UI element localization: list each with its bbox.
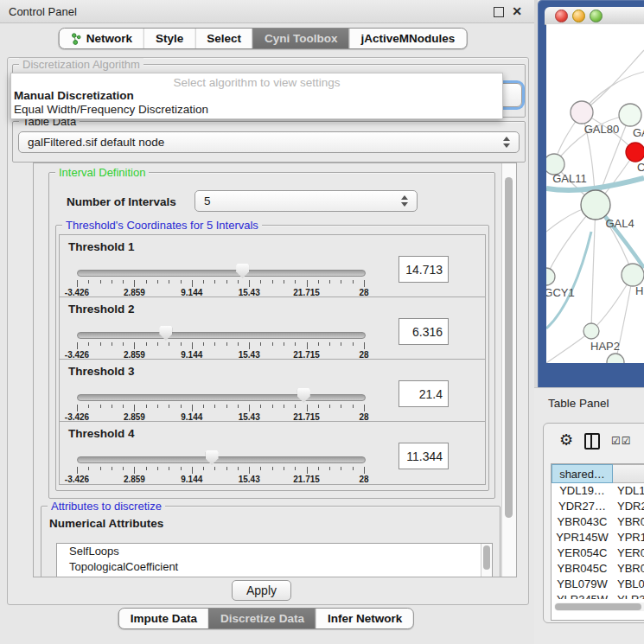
tick-mark <box>364 280 365 287</box>
table-row[interactable]: YBR043CYBR0 <box>552 514 644 530</box>
list-scrollbar-thumb[interactable] <box>483 545 490 570</box>
slider-track[interactable] <box>77 456 366 463</box>
slider-track[interactable] <box>77 270 366 277</box>
combobox-value: galFiltered.sif default node <box>28 136 164 149</box>
network-node[interactable] <box>626 143 644 162</box>
tab-impute-data[interactable]: Impute Data <box>119 609 208 628</box>
table-row[interactable]: YBR045CYBR0 <box>552 561 644 577</box>
tick-mark <box>341 342 341 346</box>
threshold-value-field[interactable]: 21.4 <box>399 380 449 407</box>
network-node[interactable] <box>583 323 599 339</box>
mac-zoom-icon[interactable] <box>590 10 603 22</box>
tick-mark <box>364 342 365 349</box>
tab-label: Cyni Toolbox <box>265 32 338 45</box>
tab-discretize-data[interactable]: Discretize Data <box>208 609 316 628</box>
number-of-intervals-combobox[interactable]: 5 <box>194 190 418 212</box>
network-window-titlebar[interactable] <box>545 7 644 25</box>
table-row[interactable]: YLR345WYLR3 <box>552 592 644 599</box>
tab-select[interactable]: Select <box>194 29 252 48</box>
cell-shared-name: YPR145W <box>552 530 613 545</box>
attribute-list-item[interactable]: BetweennessCentrality <box>57 575 492 577</box>
threshold-value-field[interactable]: 11.344 <box>399 443 449 469</box>
tick-mark <box>181 405 182 408</box>
tick-mark <box>169 405 169 408</box>
tick-mark <box>318 342 319 346</box>
table-row[interactable]: YDL19…YDL1 <box>552 483 644 499</box>
tab-label: Discretize Data <box>220 612 304 625</box>
column-header-shared-name[interactable]: shared… <box>552 464 613 483</box>
network-node[interactable] <box>622 264 644 286</box>
threshold-slider[interactable]: -3.4262.8599.14415.4321.71528 <box>77 387 364 420</box>
tick-mark <box>295 342 296 346</box>
table-row[interactable]: YER054CYER0 <box>552 545 644 561</box>
split-view-icon[interactable] <box>584 433 600 450</box>
tick-mark <box>169 342 169 346</box>
network-node[interactable] <box>571 101 593 124</box>
settings-scrollbar[interactable] <box>501 163 516 577</box>
tick-mark <box>249 342 250 349</box>
threshold-slider[interactable]: -3.4262.8599.14415.4321.71528 <box>77 325 364 358</box>
apply-button[interactable]: Apply <box>232 580 291 601</box>
tick-mark <box>169 280 169 284</box>
tick-mark <box>181 342 182 346</box>
tab-style[interactable]: Style <box>143 29 194 48</box>
dropdown-option-equal-width-frequency[interactable]: Equal Width/Frequency Discretization <box>14 103 208 116</box>
tick-mark <box>100 405 101 408</box>
threshold-slider[interactable]: -3.4262.8599.14415.4321.71528 <box>77 450 364 482</box>
tick-mark <box>123 280 124 284</box>
tab-jactivemnodules[interactable]: jActiveMNodules <box>349 29 467 48</box>
control-panel-titlebar: Control Panel ✕ <box>0 0 534 23</box>
tick-mark <box>329 342 330 346</box>
table-row[interactable]: YBL079WYBL0 <box>552 577 644 592</box>
slider-track[interactable] <box>77 394 366 401</box>
tab-network[interactable]: Network <box>60 29 143 48</box>
node-attribute-table[interactable]: shared… na YDL19…YDL1YDR27…YDR2YBR043CYB… <box>551 463 644 621</box>
table-data-combobox[interactable]: galFiltered.sif default node <box>18 131 520 153</box>
tick-mark <box>181 467 182 470</box>
network-node[interactable] <box>581 190 610 220</box>
numerical-attributes-list[interactable]: SelfLoopsTopologicalCoefficientBetweenne… <box>56 543 493 577</box>
network-node[interactable] <box>607 354 624 363</box>
group-label: Interval Definition <box>55 166 149 179</box>
tick-label: 2.859 <box>124 475 145 484</box>
tick-mark <box>146 405 147 408</box>
tick-mark <box>284 280 284 284</box>
app-root: Control Panel ✕ Network Style Select Cyn… <box>0 0 644 644</box>
threshold-label: Threshold 3 <box>68 365 135 378</box>
table-row[interactable]: YPR145WYPR1 <box>552 530 644 545</box>
mac-close-icon[interactable] <box>555 10 568 22</box>
slider-ticks <box>77 467 364 474</box>
network-canvas[interactable]: GAL80GACGAL11GAL4GCY1HHAP2 <box>546 24 644 363</box>
close-icon[interactable]: ✕ <box>511 5 523 17</box>
threshold-slider[interactable]: -3.4262.8599.14415.4321.71528 <box>77 263 364 296</box>
network-node[interactable] <box>546 268 555 285</box>
attribute-list-item[interactable]: TopologicalCoefficient <box>57 559 492 575</box>
threshold-panel-3: Threshold 3 -3.4262.8599.14415.4321.7152… <box>59 359 486 423</box>
threshold-value-field[interactable]: 6.316 <box>399 318 449 345</box>
tick-mark <box>226 467 227 470</box>
table-row[interactable]: YDR27…YDR2 <box>552 499 644 514</box>
settings-scrollbar-thumb[interactable] <box>505 177 513 518</box>
cell-name: YER0 <box>617 545 644 561</box>
mac-minimize-icon[interactable] <box>572 10 585 22</box>
checkbox-icons[interactable]: ☑☑ <box>611 435 632 447</box>
tick-mark <box>157 405 158 408</box>
tab-cyni-toolbox[interactable]: Cyni Toolbox <box>252 29 349 48</box>
cell-shared-name: YDR27… <box>552 499 613 514</box>
column-header-name[interactable]: na <box>613 464 644 483</box>
tick-mark <box>260 405 261 408</box>
list-scrollbar[interactable] <box>481 544 492 577</box>
threshold-value-field[interactable]: 14.713 <box>399 256 449 283</box>
network-node[interactable] <box>619 104 641 126</box>
attribute-list-item[interactable]: SelfLoops <box>57 544 492 559</box>
table-hscrollbar-thumb[interactable] <box>555 603 641 610</box>
slider-track[interactable] <box>77 332 366 339</box>
gear-icon[interactable]: ⚙ <box>559 432 573 448</box>
float-window-icon[interactable] <box>494 7 504 17</box>
dropdown-option-manual-discretization[interactable]: Manual Discretization <box>14 89 134 102</box>
tick-mark <box>203 342 204 346</box>
tab-infer-network[interactable]: Infer Network <box>316 609 413 628</box>
tab-label: jActiveMNodules <box>361 32 456 45</box>
tick-mark <box>214 280 215 284</box>
table-hscrollbar[interactable] <box>554 603 644 611</box>
